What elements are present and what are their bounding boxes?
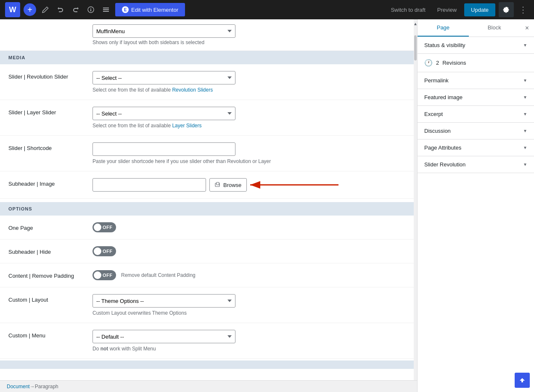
shortcode-slider-hint: Paste your slider shortcode here if you … [93, 158, 405, 164]
one-page-toggle[interactable]: OFF [93, 222, 116, 232]
revolution-slider-control: -- Select -- Select one from the list of… [93, 71, 405, 93]
scrollbar[interactable]: ▲ ▼ [414, 19, 417, 392]
revolution-slider-select[interactable]: -- Select -- [93, 71, 235, 84]
custom-menu-select[interactable]: -- Default -- [93, 330, 235, 343]
undo-button[interactable] [55, 4, 66, 16]
status-visibility-header[interactable]: Status & visibility ▼ [418, 37, 534, 53]
add-button[interactable]: + [24, 3, 36, 16]
subheader-image-row: Subheader | Image Browse [0, 171, 414, 199]
subheader-image-control: Browse [93, 178, 405, 192]
shortcode-slider-label: Slider | Shortcode [8, 142, 93, 151]
scroll-thumb[interactable] [414, 35, 417, 61]
breadcrumb-document-link[interactable]: Document [7, 384, 30, 389]
page-attributes-label: Page Attributes [424, 145, 461, 151]
scroll-up-button[interactable]: ▲ [414, 20, 417, 27]
custom-layout-row: Custom | Layout -- Theme Options -- Cust… [0, 287, 414, 323]
excerpt-chevron-icon: ▼ [523, 112, 527, 116]
slider-revolution-chevron-icon: ▼ [523, 162, 527, 167]
page-attributes-header[interactable]: Page Attributes ▼ [418, 139, 534, 156]
svg-rect-1 [90, 9, 91, 11]
subheader-hide-toggle-wrap: OFF [93, 246, 405, 256]
status-visibility-chevron-icon: ▼ [523, 43, 527, 47]
subheader-hide-row: Subheader | Hide OFF [0, 239, 414, 263]
custom-layout-control: -- Theme Options -- Custom Layout overwr… [93, 294, 405, 316]
browse-button[interactable]: Browse [209, 178, 247, 192]
muffin-menu-select[interactable]: MuffinMenu [93, 24, 235, 38]
subheader-hide-label: Subheader | Hide [8, 246, 93, 255]
one-page-toggle-knob [94, 224, 101, 231]
wp-logo-icon[interactable]: W [5, 2, 20, 17]
svg-rect-3 [103, 8, 109, 8]
permalink-header[interactable]: Permalink ▼ [418, 72, 534, 89]
preview-button[interactable]: Preview [433, 4, 461, 16]
shortcode-slider-input[interactable] [93, 142, 235, 156]
options-section-header: OPTIONS [0, 202, 414, 216]
revolution-slider-hint: Select one from the list of available Re… [93, 87, 405, 93]
bottom-section-bar [0, 360, 414, 369]
content-padding-toggle[interactable]: OFF [93, 270, 116, 280]
edit-elementor-button[interactable]: E Edit with Elementor [115, 3, 185, 16]
custom-menu-hint: Do not work with Split Menu [93, 346, 405, 352]
update-button[interactable]: Update [464, 3, 495, 16]
subheader-image-input[interactable] [93, 178, 206, 192]
elementor-icon: E [122, 6, 129, 13]
more-options-button[interactable]: ⋮ [517, 3, 529, 16]
page-attributes-chevron-icon: ▼ [523, 145, 527, 150]
slider-revolution-header[interactable]: Slider Revolution ▼ [418, 156, 534, 173]
discussion-label: Discussion [424, 128, 451, 134]
permalink-chevron-icon: ▼ [523, 78, 527, 83]
revolution-slider-row: Slider | Revolution Slider -- Select -- … [0, 64, 414, 100]
browse-icon [215, 182, 221, 188]
layer-slider-select[interactable]: -- Select -- [93, 107, 235, 120]
custom-layout-hint: Custom Layout overwrites Theme Options [93, 310, 405, 316]
svg-point-2 [90, 8, 91, 9]
bottom-bar: Document → Paragraph [0, 380, 417, 392]
layer-sliders-link[interactable]: Layer Sliders [172, 123, 201, 129]
excerpt-header[interactable]: Excerpt ▼ [418, 106, 534, 122]
status-visibility-label: Status & visibility [424, 42, 465, 48]
info-button[interactable] [85, 4, 97, 16]
scroll-to-top-button[interactable] [515, 373, 530, 388]
edit-pencil-button[interactable] [40, 4, 51, 16]
revisions-row[interactable]: 🕐 2 Revisions [418, 54, 534, 72]
list-icon [103, 6, 109, 13]
tab-block[interactable]: Block [469, 19, 520, 37]
content-area: MuffinMenu Shows only if layout with bot… [0, 19, 414, 392]
content-padding-description: Remove default Content Padding [121, 272, 196, 278]
toolbar: W + E Edit with Elementor Switch to [0, 0, 534, 19]
sidebar-close-button[interactable]: × [520, 19, 534, 37]
subheader-hide-toggle-label: OFF [103, 249, 113, 254]
settings-button[interactable] [499, 2, 514, 17]
layer-slider-label: Slider | Layer Slider [8, 107, 93, 116]
redo-icon [72, 6, 79, 13]
custom-layout-select[interactable]: -- Theme Options -- [93, 294, 235, 308]
undo-icon [57, 6, 64, 13]
muffin-menu-control: MuffinMenu Shows only if layout with bot… [93, 24, 405, 45]
custom-layout-label: Custom | Layout [8, 294, 93, 303]
one-page-label: One Page [8, 222, 93, 231]
permalink-label: Permalink [424, 77, 449, 84]
revolution-sliders-link[interactable]: Revolution Sliders [172, 87, 213, 93]
revisions-count: 2 [436, 60, 439, 66]
custom-menu-label: Custom | Menu [8, 330, 93, 339]
svg-rect-10 [521, 380, 523, 382]
featured-image-header[interactable]: Featured image ▼ [418, 89, 534, 105]
menu-list-button[interactable] [100, 4, 112, 16]
info-icon [87, 6, 94, 13]
redo-button[interactable] [70, 4, 82, 16]
revisions-label: Revisions [442, 60, 466, 66]
svg-rect-7 [217, 182, 219, 185]
tab-page[interactable]: Page [418, 19, 469, 37]
browse-row: Browse [93, 178, 405, 192]
switch-draft-button[interactable]: Switch to draft [386, 4, 429, 16]
discussion-header[interactable]: Discussion ▼ [418, 123, 534, 139]
featured-image-section: Featured image ▼ [418, 89, 534, 106]
revisions-section: 🕐 2 Revisions [418, 54, 534, 72]
discussion-chevron-icon: ▼ [523, 129, 527, 133]
subheader-hide-toggle[interactable]: OFF [93, 246, 116, 256]
revisions-clock-icon: 🕐 [424, 59, 433, 67]
settings-gear-icon [503, 6, 510, 13]
layer-slider-row: Slider | Layer Slider -- Select -- Selec… [0, 100, 414, 136]
scroll-track [414, 27, 417, 384]
one-page-control: OFF [93, 222, 405, 232]
